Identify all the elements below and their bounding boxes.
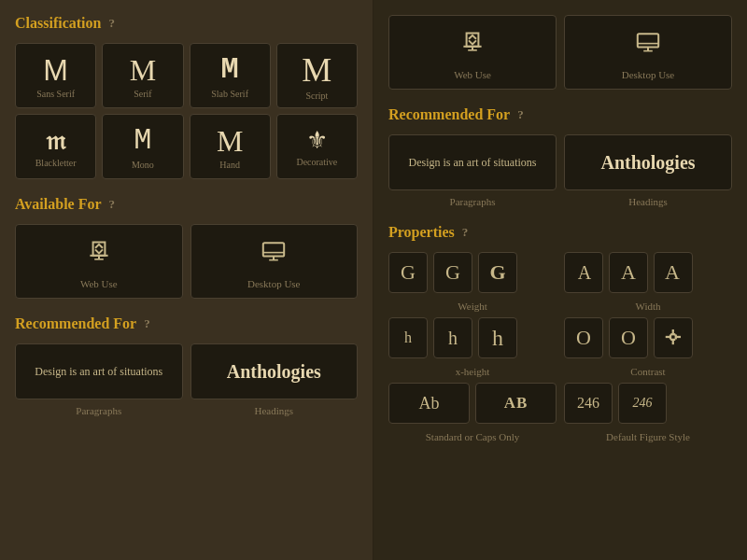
classification-label: Classification bbox=[15, 15, 101, 32]
right-headings-btn[interactable]: Anthologies bbox=[564, 134, 732, 190]
sans-serif-label: Sans Serif bbox=[36, 89, 75, 99]
figure-oldstyle-btn[interactable]: 246 bbox=[618, 383, 667, 424]
right-paragraphs-btn[interactable]: Design is an art of situations bbox=[388, 134, 557, 190]
blackletter-label: Blackletter bbox=[35, 158, 77, 168]
caps-label: Standard or Caps Only bbox=[388, 431, 557, 442]
right-recommended-section: Recommended For ? Design is an art of si… bbox=[388, 106, 732, 207]
weight-regular-btn[interactable]: G bbox=[433, 252, 472, 293]
xheight-buttons: h h h bbox=[388, 317, 557, 358]
right-desktop-use-icon bbox=[633, 29, 663, 62]
left-recommended-title: Recommended For ? bbox=[15, 315, 358, 332]
right-panel: Web Use Desktop Use Recommended For ? bbox=[374, 0, 747, 560]
decorative-letter: ⚜ bbox=[306, 129, 328, 153]
width-normal-btn[interactable]: A bbox=[609, 252, 648, 293]
left-recommended-label: Recommended For bbox=[15, 315, 136, 332]
right-recommended-label: Recommended For bbox=[388, 106, 510, 123]
right-web-use-icon bbox=[458, 29, 487, 62]
right-recommended-help[interactable]: ? bbox=[517, 107, 524, 122]
type-btn-decorative[interactable]: ⚜ Decorative bbox=[276, 114, 358, 179]
type-btn-script[interactable]: M Script bbox=[276, 43, 358, 108]
xheight-label: x-height bbox=[388, 366, 557, 377]
width-group: A A A Width bbox=[564, 252, 732, 312]
caps-buttons: Ab AB bbox=[388, 383, 557, 424]
serif-letter: M bbox=[130, 55, 156, 85]
right-rec-grid: Design is an art of situations Anthologi… bbox=[388, 134, 732, 190]
svg-rect-4 bbox=[263, 243, 284, 256]
type-btn-serif[interactable]: M Serif bbox=[102, 43, 183, 108]
left-desktop-use-label: Desktop Use bbox=[247, 278, 301, 289]
left-available-help[interactable]: ? bbox=[109, 197, 116, 212]
contrast-high-btn[interactable]: 🝊 bbox=[654, 317, 693, 358]
weight-width-row: G G G Weight A A A Width bbox=[388, 252, 732, 312]
right-paragraphs-text: Design is an art of situations bbox=[409, 156, 537, 170]
figure-buttons: 246 246 bbox=[564, 383, 732, 424]
xheight-large-btn[interactable]: h bbox=[478, 317, 517, 358]
right-recommended-title: Recommended For ? bbox=[388, 106, 732, 123]
left-headings-btn[interactable]: Anthologies bbox=[190, 343, 359, 399]
properties-help[interactable]: ? bbox=[462, 225, 469, 240]
contrast-medium-btn[interactable]: O bbox=[609, 317, 648, 358]
xheight-small-btn[interactable]: h bbox=[388, 317, 428, 358]
left-web-use-btn[interactable]: Web Use bbox=[15, 224, 183, 299]
mono-label: Mono bbox=[132, 160, 154, 170]
slab-serif-label: Slab Serif bbox=[211, 89, 248, 99]
left-desktop-use-btn[interactable]: Desktop Use bbox=[190, 224, 359, 299]
contrast-group: O O 🝊 Contrast bbox=[564, 317, 732, 377]
left-recommended-help[interactable]: ? bbox=[144, 316, 150, 331]
weight-group: G G G Weight bbox=[388, 252, 557, 312]
type-btn-slab-serif[interactable]: M Slab Serif bbox=[190, 43, 271, 108]
weight-bold-btn[interactable]: G bbox=[478, 252, 517, 293]
caps-upper-btn[interactable]: AB bbox=[475, 383, 557, 424]
caps-mixed-btn[interactable]: Ab bbox=[388, 383, 470, 424]
weight-buttons: G G G bbox=[388, 252, 557, 293]
slab-serif-letter: M bbox=[221, 55, 239, 85]
xheight-group: h h h x-height bbox=[388, 317, 557, 377]
right-rec-labels: Paragraphs Headings bbox=[388, 196, 732, 207]
type-btn-sans-serif[interactable]: M Sans Serif bbox=[15, 43, 96, 108]
left-paragraphs-btn[interactable]: Design is an art of situations bbox=[15, 343, 183, 399]
script-label: Script bbox=[305, 91, 328, 101]
figure-group: 246 246 Default Figure Style bbox=[564, 383, 732, 442]
left-rec-labels: Paragraphs Headings bbox=[15, 405, 358, 416]
right-desktop-use-label: Desktop Use bbox=[622, 69, 675, 80]
right-desktop-use-btn[interactable]: Desktop Use bbox=[564, 15, 732, 90]
svg-rect-12 bbox=[638, 34, 658, 47]
right-available-section: Web Use Desktop Use bbox=[388, 15, 732, 90]
right-web-use-btn[interactable]: Web Use bbox=[388, 15, 557, 90]
script-letter: M bbox=[302, 53, 331, 87]
contrast-low-btn[interactable]: O bbox=[564, 317, 603, 358]
type-btn-mono[interactable]: M Mono bbox=[102, 114, 183, 179]
width-buttons: A A A bbox=[564, 252, 732, 293]
left-available-label: Available For bbox=[15, 196, 102, 213]
hand-letter: M bbox=[217, 126, 243, 156]
type-btn-blackletter[interactable]: 𝔪 Blackletter bbox=[15, 114, 96, 179]
figure-lining-btn[interactable]: 246 bbox=[564, 383, 613, 424]
classification-grid: M Sans Serif M Serif M Slab Serif M Scri… bbox=[15, 43, 358, 179]
right-headings-label: Headings bbox=[564, 196, 732, 207]
weight-thin-btn[interactable]: G bbox=[388, 252, 428, 293]
left-available-grid: Web Use Desktop Use bbox=[15, 224, 358, 299]
width-narrow-btn[interactable]: A bbox=[564, 252, 603, 293]
type-btn-hand[interactable]: M Hand bbox=[190, 114, 271, 179]
mono-letter: M bbox=[134, 126, 151, 156]
classification-help[interactable]: ? bbox=[108, 16, 115, 31]
classification-section: Classification ? M Sans Serif M Serif M … bbox=[15, 15, 358, 179]
width-label: Width bbox=[564, 301, 732, 312]
decorative-label: Decorative bbox=[296, 157, 337, 167]
width-wide-btn[interactable]: A bbox=[654, 252, 693, 293]
xheight-contrast-row: h h h x-height O O 🝊 Contrast bbox=[388, 317, 732, 377]
classification-title: Classification ? bbox=[15, 15, 358, 32]
contrast-buttons: O O 🝊 bbox=[564, 317, 732, 358]
weight-label: Weight bbox=[388, 301, 557, 312]
right-available-grid: Web Use Desktop Use bbox=[388, 15, 732, 90]
web-use-icon bbox=[84, 238, 114, 271]
xheight-medium-btn[interactable]: h bbox=[433, 317, 472, 358]
properties-section: Properties ? G G G Weight A A A Width bbox=[388, 224, 732, 442]
desktop-use-icon bbox=[259, 238, 289, 271]
left-recommended-section: Recommended For ? Design is an art of si… bbox=[15, 315, 358, 416]
properties-label: Properties bbox=[388, 224, 455, 241]
left-headings-label: Headings bbox=[190, 405, 359, 416]
left-available-title: Available For ? bbox=[15, 196, 358, 213]
left-paragraphs-label: Paragraphs bbox=[15, 405, 183, 416]
hand-label: Hand bbox=[219, 160, 240, 170]
